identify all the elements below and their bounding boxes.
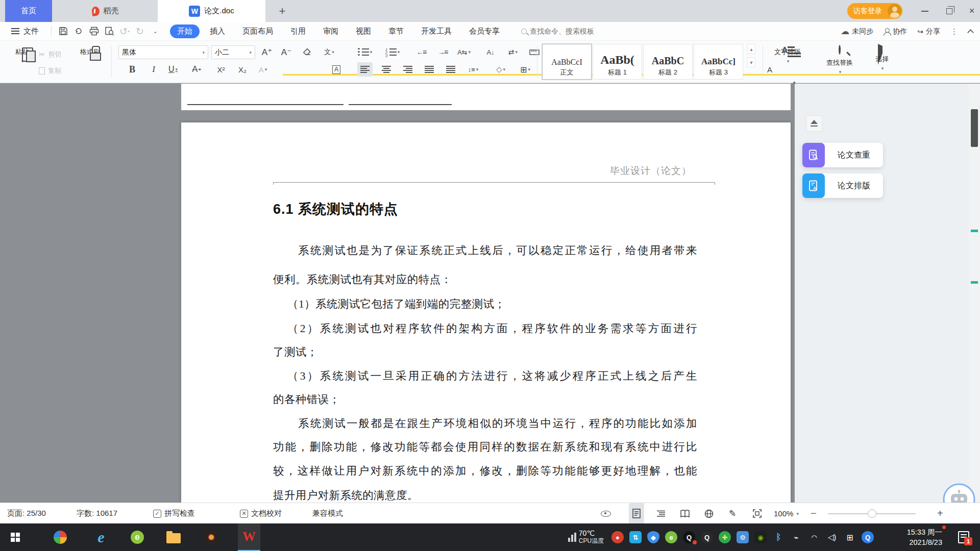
shading-button[interactable]: ◇ [493,62,508,77]
character-border-button[interactable]: A [329,62,344,77]
style-normal[interactable]: AaBbCcI 正文 [542,44,592,80]
zoom-out-button[interactable]: − [811,503,817,524]
eye-protect-button[interactable] [598,503,614,524]
sort-button[interactable]: A↓ [483,45,498,59]
tab-view[interactable]: 视图 [349,24,378,38]
document-page[interactable]: 毕业设计（论文） 6.1 系统测试的特点 系统测试也是为了保证系统正式上线后，可… [181,122,791,503]
scrollbar-thumb[interactable] [971,109,978,147]
page-view-button[interactable] [629,503,644,524]
style-heading2[interactable]: AaBbC 标题 2 [643,44,693,80]
character-scale-button[interactable]: A⇆ [456,45,472,59]
search-input[interactable] [530,27,617,35]
antivirus-shield-icon[interactable]: ✚ [719,531,731,543]
style-gallery-up-button[interactable]: ▲ [747,44,755,54]
tab-insert[interactable]: 插入 [203,24,232,38]
style-heading3[interactable]: AaBbCc] 标题 3 [694,44,743,80]
restore-button[interactable] [939,0,960,22]
format-painter-button[interactable]: 格式刷 [76,46,104,57]
read-mode-button[interactable] [677,503,693,524]
copy-button[interactable]: 复制 [39,66,61,76]
bluetooth-icon[interactable]: ᛒ [772,531,785,543]
find-replace-button[interactable]: 查找替换 [821,46,859,75]
tab-home[interactable]: 首页 [5,0,52,22]
power-plug-icon[interactable]: ⌁ [790,531,802,543]
style-gallery-down-button[interactable]: ▼ [747,57,755,67]
more-menu-button[interactable]: ⋮ [950,27,958,36]
ink-button[interactable]: ✎ [725,503,740,524]
minimize-button[interactable] [915,0,935,22]
update-arrows-icon[interactable]: ⇅ [629,531,642,543]
shrink-font-button[interactable]: A⁻ [279,45,294,59]
bold-button[interactable]: B [125,62,140,77]
tab-page-layout[interactable]: 页面布局 [235,24,280,38]
text-layout-button[interactable]: A 文字排版 [770,46,805,64]
tab-references[interactable]: 引用 [283,24,313,38]
paste-button[interactable]: 粘贴 [9,46,35,64]
underline-button[interactable]: U [165,62,181,77]
outline-view-button[interactable] [653,503,669,524]
zoom-slider-handle[interactable] [868,509,876,518]
action-center-button[interactable]: 1 [950,523,977,551]
tim-penguin-icon[interactable]: Q [701,531,713,543]
borders-button[interactable]: ⊞ [518,62,533,77]
numbered-list-button[interactable]: 123 [385,45,400,59]
share-button[interactable]: ↪ 分享 [917,27,940,36]
nvidia-icon[interactable]: ◉ [754,531,767,543]
new-tab-button[interactable]: + [273,0,291,22]
increase-indent-button[interactable]: →≡ [435,45,450,59]
text-direction-button[interactable]: ⇄ [505,45,521,59]
web-layout-button[interactable] [701,503,717,524]
tab-review[interactable]: 审阅 [316,24,346,38]
undo-button[interactable]: ↺▾ [117,24,132,38]
tab-section[interactable]: 章节 [381,24,411,38]
thesis-layout-button[interactable]: A 论文排版 [802,173,883,198]
align-left-button[interactable] [357,62,373,77]
align-right-button[interactable] [400,62,415,77]
print-button[interactable] [86,24,102,38]
taskbar-app-pinwheel[interactable] [49,523,71,551]
decrease-indent-button[interactable]: ←≡ [413,45,429,59]
clear-format-button[interactable] [300,45,315,59]
security-red-icon[interactable]: ● [611,531,624,543]
file-menu-button[interactable]: 文件 [0,27,47,36]
tab-dev-tools[interactable]: 开发工具 [414,24,459,38]
close-button[interactable]: × [964,0,980,22]
fit-page-button[interactable] [749,503,765,524]
taskbar-app-game[interactable] [200,523,223,551]
sync-status-button[interactable]: ☁ 未同步 [841,26,873,37]
taskbar-app-wps-active[interactable]: W [238,523,260,551]
subscript-button[interactable]: X₂ [235,62,250,77]
pc-manager-shield-icon[interactable]: ◆ [647,531,659,543]
browser-360-tray-icon[interactable]: e [665,531,677,543]
zoom-level-button[interactable]: 100% ▾ [774,503,799,524]
tab-docer[interactable]: 稻壳 [67,0,143,22]
assistant-robot-button[interactable] [942,483,976,503]
thesis-check-button[interactable]: 论文查重 [802,143,883,167]
taskbar-app-file-explorer[interactable] [162,523,185,551]
tab-document[interactable]: W 论文.doc [158,0,265,22]
quick-access-more-button[interactable]: ⌄ [148,24,163,38]
style-heading1[interactable]: AaBb( 标题 1 [593,44,642,80]
wifi-icon[interactable]: ◠ [808,531,820,543]
grow-font-button[interactable]: A⁺ [259,45,275,59]
save-button[interactable] [56,24,71,38]
tab-ruler-button[interactable] [527,45,542,59]
print-preview-button[interactable] [102,24,117,38]
bullet-list-button[interactable] [357,45,373,59]
cut-button[interactable]: ✂剪切 [39,50,62,59]
qq-browser-icon[interactable]: Q [862,531,874,543]
taskbar-clock[interactable]: 15:33 周一 2021/8/23 [884,523,944,551]
select-button[interactable]: 选择 [868,46,896,71]
proofread-toggle[interactable]: ✕ 文档校对 [240,503,282,524]
collaborate-button[interactable]: 协作 [884,27,907,36]
touch-keyboard-icon[interactable]: ⊞ [844,531,856,543]
superscript-button[interactable]: X² [213,62,229,77]
volume-icon[interactable]: ◁) [826,531,838,543]
redo-button[interactable]: ↻ [132,24,148,38]
panel-collapse-button[interactable] [806,115,822,132]
vertical-scrollbar[interactable] [969,84,980,503]
justify-button[interactable] [422,62,437,77]
qq-penguin-icon[interactable]: Q [683,531,695,543]
export-button[interactable] [71,24,86,38]
start-button[interactable] [4,523,27,551]
